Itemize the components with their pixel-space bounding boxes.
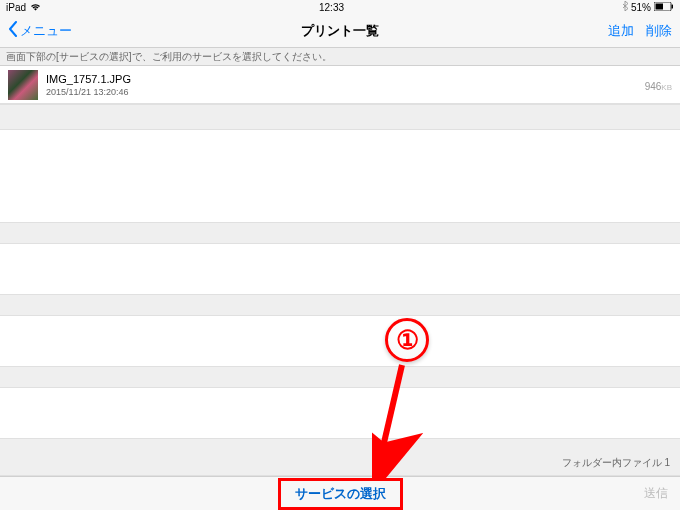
annotation-step-marker: ① [385, 318, 429, 362]
file-info: IMG_1757.1.JPG 2015/11/21 13:20:46 [46, 73, 637, 97]
wifi-icon [30, 2, 41, 13]
status-bar: iPad 12:33 51% [0, 0, 680, 14]
back-label: メニュー [20, 22, 72, 40]
section-divider [0, 104, 680, 130]
service-select-button[interactable]: サービスの選択 [278, 478, 403, 510]
file-name: IMG_1757.1.JPG [46, 73, 637, 85]
file-size: 946 [645, 81, 662, 92]
file-thumbnail [8, 70, 38, 100]
content-area [0, 104, 680, 476]
back-button[interactable]: メニュー [8, 21, 72, 40]
device-label: iPad [6, 2, 26, 13]
section-divider [0, 222, 680, 244]
page-title: プリント一覧 [301, 22, 379, 40]
status-time: 12:33 [319, 2, 344, 13]
svg-rect-2 [672, 4, 674, 8]
nav-bar: メニュー プリント一覧 追加 削除 [0, 14, 680, 48]
svg-rect-1 [656, 3, 664, 9]
bluetooth-icon [622, 1, 628, 13]
file-row[interactable]: IMG_1757.1.JPG 2015/11/21 13:20:46 946KB [0, 66, 680, 104]
file-date: 2015/11/21 13:20:46 [46, 87, 637, 97]
file-size-unit: KB [661, 83, 672, 92]
bottom-toolbar: サービスの選択 送信 [0, 476, 680, 510]
folder-file-count: フォルダー内ファイル 1 [562, 456, 670, 470]
section-divider [0, 366, 680, 388]
nav-actions: 追加 削除 [608, 22, 672, 40]
section-divider [0, 294, 680, 316]
status-left: iPad [6, 2, 41, 13]
battery-icon [654, 2, 674, 13]
chevron-left-icon [8, 21, 18, 40]
status-right: 51% [622, 1, 674, 13]
delete-button[interactable]: 削除 [646, 22, 672, 40]
instruction-text: 画面下部の[サービスの選択]で、ご利用のサービスを選択してください。 [0, 48, 680, 66]
add-button[interactable]: 追加 [608, 22, 634, 40]
battery-percent: 51% [631, 2, 651, 13]
file-size-wrap: 946KB [645, 76, 672, 94]
send-button[interactable]: 送信 [644, 485, 668, 502]
